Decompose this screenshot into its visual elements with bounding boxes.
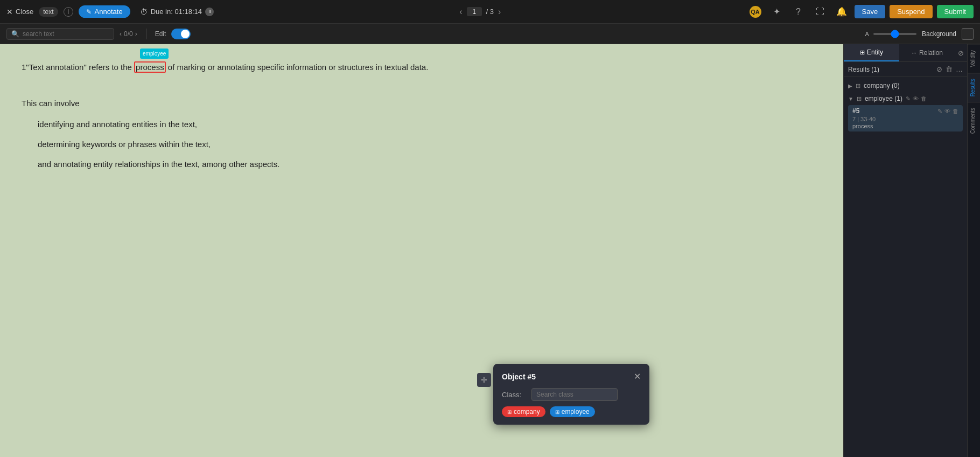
save-button[interactable]: Save (855, 5, 886, 18)
top-bar: ✕ Close text i ✎ Annotate ⏱ Due in: 01:1… (0, 0, 980, 24)
close-button[interactable]: ✕ Close (6, 8, 33, 16)
help-icon: ? (796, 7, 801, 17)
company-chip-icon: ⊞ (507, 409, 512, 415)
tree-group-company: ▶ ⊞ company (0) (844, 79, 967, 92)
chip-employee[interactable]: ⊞ employee (550, 406, 595, 417)
star-icon: ✦ (773, 6, 780, 17)
prev-page-button[interactable]: ‹ (459, 7, 462, 17)
panel-tabs: ⊞ Entity ↔ Relation ⊘ (844, 44, 967, 62)
info-icon[interactable]: i (64, 7, 73, 17)
tab-entity[interactable]: ⊞ Entity (844, 44, 899, 61)
employee-chip-icon: ⊞ (555, 409, 559, 415)
delete-all-button[interactable]: 🗑 (946, 65, 953, 73)
pause-button[interactable]: ⏸ (205, 8, 214, 16)
object-popup: ✛ Object #5 ✕ Class: ⊞ company ⊞ employe… (493, 364, 649, 425)
popup-chips: ⊞ company ⊞ employee (502, 406, 641, 417)
content-area: employee 1"Text annotation" refers to th… (0, 44, 843, 457)
chevron-down-icon: ▼ (848, 96, 853, 102)
edit-toggle[interactable] (171, 29, 191, 39)
bell-button[interactable]: 🔔 (833, 3, 850, 20)
help-button[interactable]: ? (790, 3, 807, 20)
entity-label: employee (140, 49, 169, 59)
bg-color-picker[interactable] (962, 28, 974, 40)
results-tree: ▶ ⊞ company (0) ▼ ⊞ employee (1) ✎ 👁 🗑 (844, 77, 967, 457)
result-text: process (852, 123, 958, 129)
expand-button[interactable]: ⛶ (811, 3, 829, 20)
employee-eye-button[interactable]: 👁 (913, 95, 919, 102)
para1: This can involve (22, 96, 822, 110)
result-id: #5 (852, 107, 859, 115)
counter-value: 0/0 (124, 30, 133, 38)
timer-label: Due in: 01:18:14 (151, 8, 202, 16)
company-tree-icon: ⊞ (856, 82, 860, 89)
timer-area: ⏱ Due in: 01:18:14 ⏸ (140, 8, 214, 16)
bell-icon: 🔔 (836, 6, 847, 17)
entity-tab-icon: ⊞ (860, 49, 865, 56)
search-icon: 🔍 (11, 30, 19, 38)
annotated-word: process (134, 61, 166, 73)
qa-button[interactable]: QA (747, 3, 764, 20)
second-bar: 🔍 ‹ 0/0 › Edit A Background (0, 24, 980, 44)
toggle-knob (181, 30, 190, 38)
tree-child-row: #5 ✎ 👁 🗑 (852, 107, 958, 115)
result-edit-button[interactable]: ✎ (937, 108, 942, 115)
line1-post: of marking or annotating specific inform… (166, 63, 429, 72)
page-input[interactable] (467, 7, 482, 16)
tab-pill: text (39, 7, 58, 17)
company-label: company (0) (864, 82, 900, 89)
chip-employee-label: employee (562, 408, 590, 416)
annotate-button[interactable]: ✎ Annotate (79, 5, 130, 18)
result-actions: ✎ 👁 🗑 (937, 108, 958, 115)
nav-area: ‹ / 3 › (459, 7, 501, 17)
timer-icon: ⏱ (140, 8, 148, 16)
more-options-button[interactable]: … (956, 65, 963, 73)
expand-icon: ⛶ (816, 7, 824, 17)
employee-label: employee (1) (865, 95, 902, 102)
employee-edit-button[interactable]: ✎ (906, 95, 911, 102)
employee-tree-icon: ⊞ (857, 95, 862, 102)
qa-icon: QA (750, 6, 761, 18)
relation-tab-icon: ↔ (911, 50, 917, 56)
employee-delete-button[interactable]: 🗑 (921, 95, 927, 102)
edit-label: Edit (155, 30, 166, 38)
search-wrapper: 🔍 (6, 28, 114, 40)
tree-group-company-header[interactable]: ▶ ⊞ company (0) (844, 79, 967, 92)
filter-icons: ⊘ 🗑 … (936, 65, 963, 73)
popup-class-search[interactable] (531, 388, 618, 401)
para4: and annotating entity relationships in t… (22, 157, 822, 171)
counter-prev[interactable]: ‹ (120, 30, 122, 38)
font-size-area: A (865, 31, 916, 37)
close-icon: ✕ (6, 8, 13, 16)
side-tab-comments[interactable]: Comments (968, 102, 980, 139)
popup-header: Object #5 ✕ (502, 371, 641, 382)
filter-button[interactable]: ⊘ (936, 65, 942, 73)
counter-next[interactable]: › (135, 30, 137, 38)
panel-filter-button[interactable]: ⊘ (955, 44, 967, 61)
result-detail: 7 | 33-40 (852, 116, 958, 122)
side-tab-results[interactable]: Results (968, 73, 980, 102)
panel-filter-row: Results (1) ⊘ 🗑 … (844, 62, 967, 77)
popup-close-button[interactable]: ✕ (634, 371, 641, 382)
result-eye-button[interactable]: 👁 (944, 108, 950, 115)
next-page-button[interactable]: › (498, 7, 501, 17)
result-delete-button[interactable]: 🗑 (953, 108, 958, 115)
results-count: Results (1) (848, 66, 879, 73)
star-button[interactable]: ✦ (768, 3, 786, 20)
tree-result-item[interactable]: #5 ✎ 👁 🗑 7 | 33-40 process (848, 105, 963, 131)
chip-company[interactable]: ⊞ company (502, 406, 545, 417)
tree-group-employee: ▼ ⊞ employee (1) ✎ 👁 🗑 #5 ✎ � (844, 92, 967, 131)
search-input[interactable] (23, 30, 103, 38)
popup-class-row: Class: (502, 388, 641, 401)
side-tab-validity[interactable]: Validity (968, 44, 980, 73)
tab-relation[interactable]: ↔ Relation (899, 44, 955, 61)
para2: identifying and annotating entities in t… (22, 117, 822, 131)
divider (146, 29, 146, 39)
tree-group-employee-header[interactable]: ▼ ⊞ employee (1) ✎ 👁 🗑 (844, 92, 967, 105)
popup-class-label: Class: (502, 391, 526, 399)
move-handle[interactable]: ✛ (477, 373, 491, 387)
submit-button[interactable]: Submit (937, 5, 974, 18)
font-size-slider[interactable] (873, 33, 916, 35)
toolbar-right: QA ✦ ? ⛶ 🔔 Save Suspend Submit (747, 3, 974, 20)
employee-group-actions: ✎ 👁 🗑 (906, 95, 927, 102)
suspend-button[interactable]: Suspend (890, 5, 932, 18)
